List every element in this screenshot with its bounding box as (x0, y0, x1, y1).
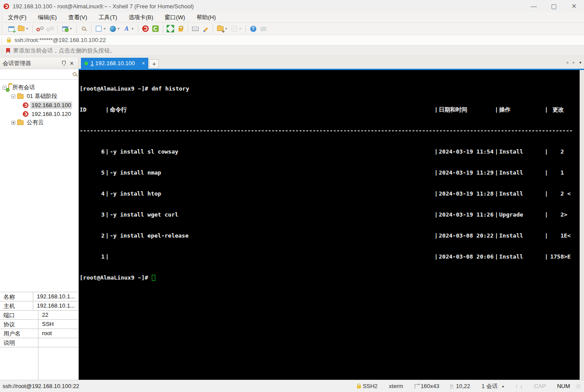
fullscreen-icon (167, 25, 174, 32)
prop-value-port[interactable]: 22 (38, 311, 78, 319)
terminal-area[interactable]: [root@AlmaLinux9 ~]# dnf history ID|命令行|… (79, 70, 584, 380)
session-search-input[interactable] (2, 70, 73, 78)
prop-value-host[interactable]: 192.168.10.1... (33, 301, 78, 310)
status-terminal-size: 160x43 (415, 383, 440, 389)
highlight-button[interactable] (200, 24, 210, 34)
menu-file[interactable]: 文件(F) (8, 14, 27, 21)
hint-flag-icon (6, 48, 10, 53)
history-row: 3|-y install wget curl|2024-03-19 11:26|… (80, 211, 580, 218)
xftp-button[interactable] (150, 24, 161, 34)
font-button[interactable]: A▾ (122, 24, 136, 34)
history-row: 4|-y install htop|2024-03-19 11:28|Insta… (80, 190, 580, 197)
tab-list-dropdown-icon[interactable]: ▾ (579, 60, 581, 65)
history-header-row: ID|命令行|日期和时间|操作|更改 (80, 106, 580, 113)
cursor-position-icon (451, 384, 454, 388)
tree-node-all-sessions[interactable]: - 所有会话 (0, 83, 78, 92)
toolbar: + ▾ ▾ ▾ ▾ A▾ (0, 23, 584, 35)
minimize-button[interactable]: — (524, 0, 544, 12)
prop-row-protocol: 协议 SSH (0, 320, 78, 329)
prop-value-description[interactable] (38, 338, 78, 347)
menu-tools[interactable]: 工具(T) (98, 14, 117, 21)
tab-close-icon[interactable]: × (142, 60, 145, 66)
tab-bar: 1 192.168.10.100 × + ◂ ▸ ▾ (79, 58, 584, 69)
resize-grip[interactable] (576, 384, 581, 388)
tree-node-session-100[interactable]: 192.168.10.100 (0, 101, 78, 109)
session-icon (23, 102, 28, 108)
history-row: 2|-y install epel-release|2024-03-08 20:… (80, 232, 580, 239)
pin-button[interactable] (60, 60, 68, 67)
link-icon (46, 26, 54, 32)
menu-help[interactable]: 帮助(H) (196, 14, 216, 21)
panel-close-button[interactable]: ✕ (68, 60, 76, 67)
highlighter-icon (203, 27, 208, 32)
encoding-button[interactable]: ▾ (108, 24, 122, 34)
lock-screen-button[interactable] (175, 24, 185, 34)
session-properties-panel: 名称 192.168.10.1... 主机 192.168.10.1... 端口… (0, 292, 78, 380)
sessions-dropup-icon[interactable]: ▴ (502, 384, 504, 388)
tab-scroll-right-icon[interactable]: ▸ (573, 60, 575, 65)
find-button[interactable] (79, 24, 89, 34)
session-manager-title: 会话管理器 (3, 60, 60, 67)
scroll-up-icon[interactable]: ↑ (515, 383, 518, 389)
scroll-down-icon[interactable]: ↓ (520, 383, 523, 389)
status-bar: ssh://root@192.168.10.100:22 SSH2 xterm … (0, 380, 584, 392)
status-terminal-type[interactable]: xterm (389, 383, 403, 389)
feedback-button[interactable] (258, 24, 268, 34)
menu-edit[interactable]: 编辑(E) (38, 14, 57, 21)
tree-node-folder-cloud[interactable]: + 公有云 (0, 118, 78, 127)
prop-value-name[interactable]: 192.168.10.1... (33, 292, 78, 301)
disconnect-button[interactable] (35, 24, 45, 34)
open-folder-icon (18, 26, 24, 31)
xshell-window: 192.168.10.100 - root@AlmaLinux9:~ - Xsh… (0, 0, 584, 392)
close-button[interactable]: ✕ (564, 0, 584, 12)
prop-value-username[interactable]: root (38, 329, 78, 338)
pin-icon (62, 61, 66, 64)
collapse-icon[interactable]: - (11, 94, 15, 98)
layout-button[interactable]: ▾ (94, 24, 108, 34)
session-search[interactable] (0, 69, 78, 80)
tab-arrange-button[interactable]: ▾ (229, 24, 243, 34)
tab-scroll-left-icon[interactable]: ◂ (566, 60, 568, 65)
expand-icon[interactable]: + (11, 121, 15, 125)
tab-session-1[interactable]: 1 192.168.10.100 × (81, 58, 148, 69)
prop-row-host: 主机 192.168.10.1... (0, 301, 78, 311)
hint-message: 要添加当前会话，点击左侧的箭头按钮。 (13, 47, 115, 55)
chat-bubble-icon (260, 27, 266, 31)
xshell-button[interactable] (140, 24, 150, 34)
new-tab-button[interactable]: + (149, 59, 159, 68)
terminal-output[interactable]: [root@AlmaLinux9 ~]# dnf history ID|命令行|… (79, 70, 580, 380)
menu-bar: 文件(F) 编辑(E) 查看(V) 工具(T) 选项卡(B) 窗口(W) 帮助(… (0, 12, 584, 23)
new-file-button[interactable]: +▾ (215, 24, 229, 34)
help-icon: ? (250, 26, 256, 32)
menu-window[interactable]: 窗口(W) (164, 14, 185, 21)
search-icon (82, 27, 86, 31)
virtual-keyboard-button[interactable] (190, 24, 200, 34)
xshell-icon (142, 25, 149, 32)
tree-node-folder-01[interactable]: - 01 基础阶段 (0, 92, 78, 101)
history-separator: ----------------------------------------… (80, 127, 573, 134)
menu-tab[interactable]: 选项卡(B) (129, 14, 153, 21)
terminal-prompt-line: [root@AlmaLinux9 ~]# (80, 274, 580, 281)
terminal-scrollbar[interactable] (580, 70, 584, 380)
menu-view[interactable]: 查看(V) (68, 14, 87, 21)
open-session-button[interactable]: ▾ (16, 24, 30, 34)
lock-icon (178, 28, 183, 32)
session-icon (23, 111, 28, 117)
address-url[interactable]: ssh://root:******@192.168.10.100:22 (14, 37, 106, 43)
session-properties-icon (62, 26, 68, 32)
num-lock-indicator: NUM (557, 383, 570, 389)
help-button[interactable]: ? (248, 24, 258, 34)
new-session-button[interactable]: + (6, 24, 16, 34)
history-row: 1||2024-03-08 20:06|Install|1758 >E (80, 253, 580, 260)
root-folder-icon (8, 84, 9, 91)
reconnect-button[interactable] (45, 24, 55, 34)
session-properties-button[interactable]: ▾ (60, 24, 74, 34)
prop-value-protocol[interactable]: SSH (38, 320, 78, 329)
address-bar[interactable]: ssh://root:******@192.168.10.100:22 (0, 35, 584, 46)
maximize-button[interactable]: ▢ (544, 0, 564, 12)
fullscreen-button[interactable] (165, 24, 175, 34)
terminal-cursor (152, 275, 155, 281)
tab-host: 192.168.10.100 (95, 60, 135, 66)
tree-node-session-120[interactable]: 192.168.10.120 (0, 109, 78, 118)
status-session-count[interactable]: 1 会话▴ (482, 382, 504, 390)
